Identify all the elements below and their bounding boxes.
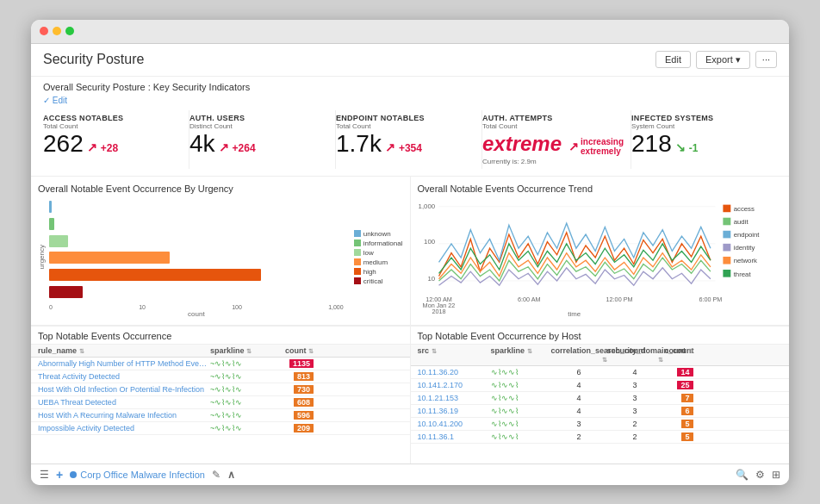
kpi-value-1: 4k: [189, 132, 215, 156]
bar-legend: unknowninformationallowmediumhighcritica…: [354, 197, 403, 318]
kpi-value-0: 262: [43, 132, 84, 156]
line-chart-title: Overall Notable Events Occurrence Trend: [418, 184, 783, 194]
svg-text:identity: identity: [733, 244, 755, 252]
td-rule[interactable]: Host With A Recurring Malware Infection: [38, 411, 210, 420]
bottom-tag: Corp Office Malware Infection ✎ ∧: [70, 469, 235, 481]
table-row[interactable]: Abnormally High Number of HTTP Method Ev…: [31, 358, 410, 370]
kpi-label-3: AUTH. ATTEMPTS: [482, 114, 624, 122]
td-src[interactable]: 10.11.36.19: [418, 407, 491, 415]
legend-item: high: [354, 268, 403, 276]
th-cnt: count ⇅: [663, 346, 693, 364]
td-corr: 4: [551, 407, 607, 415]
close-button[interactable]: [40, 27, 48, 35]
td-rule[interactable]: Impossible Activity Detected: [38, 424, 210, 432]
export-button[interactable]: Export ▾: [696, 51, 750, 69]
kpi-label-1: AUTH. USERS: [189, 114, 328, 122]
kpi-arrow-4: ↘: [675, 140, 686, 154]
table-row[interactable]: 10.1.21.153 ∿⌇∿∿⌇ 4 3 7: [411, 392, 790, 405]
td-rule[interactable]: Host With Old Infection Or Potential Re-…: [38, 385, 210, 394]
td-corr: 4: [551, 381, 607, 389]
pencil-icon[interactable]: ✎: [212, 469, 221, 481]
maximize-button[interactable]: [65, 27, 74, 35]
td-sparkline2: ∿⌇∿∿⌇: [491, 432, 551, 441]
td-sparkline: ~∿⌇∿⌇∿: [210, 398, 279, 407]
kpi-delta-1: +264: [233, 142, 256, 154]
kpi-label-0: ACCESS NOTABLES: [43, 114, 182, 122]
search-icon[interactable]: 🔍: [736, 469, 749, 481]
svg-text:threat: threat: [733, 270, 751, 277]
right-table-panel: Top Notable Event Occurrence by Host src…: [411, 327, 790, 464]
td-src[interactable]: 10.11.36.1: [418, 432, 491, 441]
th-sparkline2: sparkline ⇅: [491, 346, 551, 364]
svg-text:6:00 PM: 6:00 PM: [699, 296, 722, 302]
tables-row: Top Notable Events Occurrence rule_name …: [31, 326, 789, 464]
bar-row: [49, 283, 344, 301]
bar-row: [49, 215, 344, 233]
td-sec: 3: [607, 407, 663, 415]
svg-rect-15: [723, 217, 730, 225]
td-src[interactable]: 10.11.36.20: [418, 368, 491, 376]
list-icon[interactable]: ☰: [40, 469, 49, 481]
table-row[interactable]: 10.11.36.19 ∿⌇∿∿⌇ 4 3 6: [411, 405, 790, 418]
td-rule[interactable]: UEBA Threat Detected: [38, 398, 210, 407]
table-row[interactable]: Threat Activity Detected ~∿⌇∿⌇∿ 813: [31, 370, 410, 383]
more-button[interactable]: ···: [755, 51, 777, 68]
kpi-extreme-value: extreme: [482, 132, 562, 156]
kpi-edit-link[interactable]: ✓ Edit: [43, 96, 777, 105]
td-rule[interactable]: Threat Activity Detected: [38, 372, 210, 381]
td-sec: 2: [607, 420, 663, 428]
increasing-arrow: ↗: [568, 140, 579, 153]
increasing-label: increasingextremely: [581, 137, 624, 156]
th-sparkline: sparkline ⇅: [210, 346, 279, 355]
td-src[interactable]: 10.10.41.200: [418, 420, 491, 428]
edit-button[interactable]: Edit: [655, 51, 691, 68]
td-src[interactable]: 10.1.21.153: [418, 394, 491, 402]
bar-y-axis-label: urgency: [38, 245, 46, 269]
table-row[interactable]: Impossible Activity Detected ~∿⌇∿⌇∿ 209: [31, 422, 410, 435]
td-count: 608: [279, 398, 314, 407]
page-title: Security Posture: [43, 52, 144, 67]
table-row[interactable]: Host With A Recurring Malware Infection …: [31, 409, 410, 422]
td-rule[interactable]: Abnormally High Number of HTTP Method Ev…: [38, 359, 210, 368]
svg-text:time: time: [568, 309, 581, 317]
tag-text: Corp Office Malware Infection: [80, 470, 205, 480]
th-sec: security_domain_count ⇅: [607, 346, 663, 364]
kpi-arrow-1: ↗: [219, 140, 229, 154]
td-count: 14: [663, 368, 693, 376]
right-table-body: 10.11.36.20 ∿⌇∿∿⌇ 6 4 14 10.141.2.170 ∿⌇…: [411, 366, 790, 464]
td-sparkline2: ∿⌇∿∿⌇: [491, 394, 551, 402]
td-corr: 3: [551, 420, 607, 428]
table-row[interactable]: 10.141.2.170 ∿⌇∿∿⌇ 4 3 25: [411, 379, 790, 392]
td-sparkline2: ∿⌇∿∿⌇: [491, 368, 551, 376]
td-corr: 2: [551, 432, 607, 441]
kpi-value-4: 218: [631, 132, 672, 156]
td-count: 25: [663, 381, 693, 389]
page-header: Security Posture Edit Export ▾ ···: [31, 44, 789, 77]
legend-item: informational: [354, 240, 403, 247]
table-row[interactable]: 10.10.41.200 ∿⌇∿∿⌇ 3 2 5: [411, 418, 790, 431]
table-row[interactable]: 10.11.36.1 ∿⌇∿∿⌇ 2 2 5: [411, 431, 790, 444]
td-sparkline2: ∿⌇∿∿⌇: [491, 381, 551, 389]
left-table-header: rule_name ⇅ sparkline ⇅ count ⇅: [31, 345, 410, 358]
left-table-body: Abnormally High Number of HTTP Method Ev…: [31, 358, 410, 464]
kpi-auth-users: AUTH. USERS Distinct Count 4k ↗ +264: [189, 110, 336, 169]
minimize-button[interactable]: [53, 27, 61, 35]
kpi-sublabel-2: Total Count: [336, 122, 475, 130]
plus-icon[interactable]: +: [56, 468, 63, 482]
chevron-up-icon[interactable]: ∧: [227, 469, 235, 481]
grid-icon[interactable]: ⊞: [772, 469, 780, 481]
td-count: 730: [279, 385, 314, 394]
td-sparkline: ~∿⌇∿⌇∿: [210, 385, 279, 394]
x-label-2: 100: [232, 304, 242, 310]
settings-icon[interactable]: ⚙: [755, 469, 765, 481]
td-sparkline: ~∿⌇∿⌇∿: [210, 424, 279, 432]
charts-row: Overall Notable Event Occurrence By Urge…: [31, 177, 789, 326]
table-row[interactable]: 10.11.36.20 ∿⌇∿∿⌇ 6 4 14: [411, 366, 790, 379]
table-row[interactable]: UEBA Threat Detected ~∿⌇∿⌇∿ 608: [31, 396, 410, 409]
td-src[interactable]: 10.141.2.170: [418, 381, 491, 389]
kpi-sublabel-3: Total Count: [482, 122, 624, 130]
table-row[interactable]: Host With Old Infection Or Potential Re-…: [31, 383, 410, 396]
td-count: 5: [663, 420, 693, 428]
header-actions: Edit Export ▾ ···: [655, 51, 777, 69]
right-table-header: src ⇅ sparkline ⇅ correlation_search_cou…: [411, 345, 790, 366]
